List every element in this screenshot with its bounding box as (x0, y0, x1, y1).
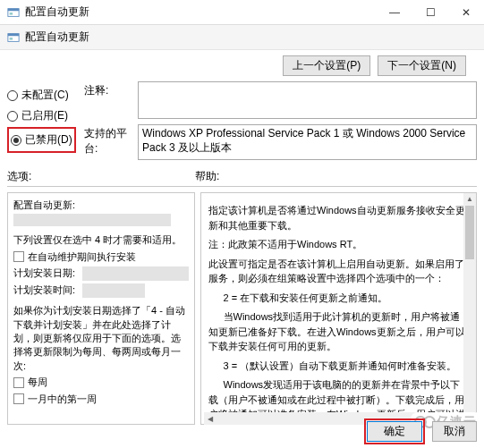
scroll-thumb[interactable] (465, 206, 474, 259)
scroll-left-icon[interactable]: ◀ (204, 412, 217, 425)
options-heading: 配置自动更新: (13, 199, 189, 212)
checkbox-label: 每周 (28, 376, 47, 389)
highlighted-selection: 已禁用(D) (7, 127, 76, 153)
comment-label: 注释: (84, 81, 138, 98)
comment-textarea[interactable] (138, 81, 477, 119)
title-bar: 配置自动更新 — ☐ ✕ (0, 0, 484, 25)
maintenance-checkbox[interactable]: 在自动维护期间执行安装 (13, 250, 189, 264)
minimize-button[interactable]: — (377, 0, 412, 25)
radio-label: 已启用(E) (21, 108, 68, 123)
help-paragraph: 3 = （默认设置）自动下载更新并通知何时准备安装。 (208, 359, 469, 374)
checkbox-label: 一月中的第一周 (28, 393, 97, 406)
svg-rect-2 (10, 13, 13, 15)
radio-not-configured[interactable]: 未配置(C) (7, 85, 84, 106)
radio-label: 已禁用(D) (25, 132, 72, 148)
close-button[interactable]: ✕ (448, 0, 484, 25)
options-note: 下列设置仅在选中 4 时才需要和适用。 (13, 233, 189, 247)
radio-icon (11, 135, 21, 146)
svg-rect-1 (8, 8, 19, 11)
sub-header-title: 配置自动更新 (25, 30, 89, 45)
checkbox-icon (13, 393, 24, 404)
checkbox-icon (13, 251, 24, 262)
next-setting-button[interactable]: 下一个设置(N) (378, 55, 466, 76)
help-paragraph: 当Windows找到适用于此计算机的更新时，用户将被通知更新已准备好下载。在进入… (208, 309, 469, 354)
options-section-label: 选项: (7, 169, 195, 184)
scroll-up-icon[interactable]: ▲ (463, 193, 476, 206)
app-icon (7, 6, 20, 19)
radio-label: 未配置(C) (21, 88, 69, 103)
sched-time-dropdown[interactable] (82, 283, 145, 298)
options-pane: 配置自动更新: 下列设置仅在选中 4 时才需要和适用。 在自动维护期间执行安装 … (7, 192, 195, 425)
help-section-label: 帮助: (195, 169, 219, 184)
svg-rect-5 (10, 38, 13, 40)
radio-icon (7, 111, 18, 122)
sched-day-dropdown[interactable] (82, 266, 189, 281)
weekly-checkbox[interactable]: 每周 (13, 376, 189, 389)
supported-platform-box: Windows XP Professional Service Pack 1 或… (138, 124, 477, 160)
svg-rect-4 (8, 33, 19, 36)
radio-icon (7, 90, 18, 101)
help-paragraph: 此设置可指定是否在该计算机上启用自动更新。如果启用了服务，则必须在组策略设置中选… (208, 257, 469, 286)
sub-header: 配置自动更新 (0, 25, 484, 50)
help-paragraph: 注：此政策不适用于Windows RT。 (208, 237, 469, 252)
vertical-scrollbar[interactable]: ▲ ▼ (463, 193, 476, 424)
first-week-checkbox[interactable]: 一月中的第一周 (13, 393, 189, 406)
radio-disabled[interactable]: 已禁用(D) (11, 130, 72, 150)
dialog-buttons: 确定 取消 (364, 418, 477, 444)
policy-icon (7, 31, 20, 44)
maximize-button[interactable]: ☐ (412, 0, 448, 25)
options-long-note: 如果你为计划安装日期选择了「4 - 自动下载并计划安装」并在此处选择了计划，则更… (13, 304, 189, 373)
help-paragraph: 指定该计算机是否将通过Windows自动更新服务接收安全更新和其他重要下载。 (208, 203, 469, 232)
sched-time-label: 计划安装时间: (13, 283, 75, 297)
help-pane: 指定该计算机是否将通过Windows自动更新服务接收安全更新和其他重要下载。 注… (200, 192, 477, 425)
window-title: 配置自动更新 (25, 4, 377, 20)
state-radio-group: 未配置(C) 已启用(E) 已禁用(D) (7, 81, 84, 165)
platform-label: 支持的平台: (84, 124, 138, 156)
sched-day-label: 计划安装日期: (13, 266, 75, 280)
cancel-button[interactable]: 取消 (432, 421, 477, 442)
checkbox-label: 在自动维护期间执行安装 (28, 250, 136, 264)
ok-highlight: 确定 (364, 418, 425, 444)
nav-row: 上一个设置(P) 下一个设置(N) (0, 50, 484, 81)
ok-button[interactable]: 确定 (367, 421, 422, 442)
radio-enabled[interactable]: 已启用(E) (7, 106, 84, 126)
checkbox-icon (13, 377, 24, 388)
help-paragraph: 2 = 在下载和安装任何更新之前通知。 (208, 291, 469, 306)
prev-setting-button[interactable]: 上一个设置(P) (283, 55, 370, 76)
config-dropdown[interactable] (13, 214, 171, 226)
